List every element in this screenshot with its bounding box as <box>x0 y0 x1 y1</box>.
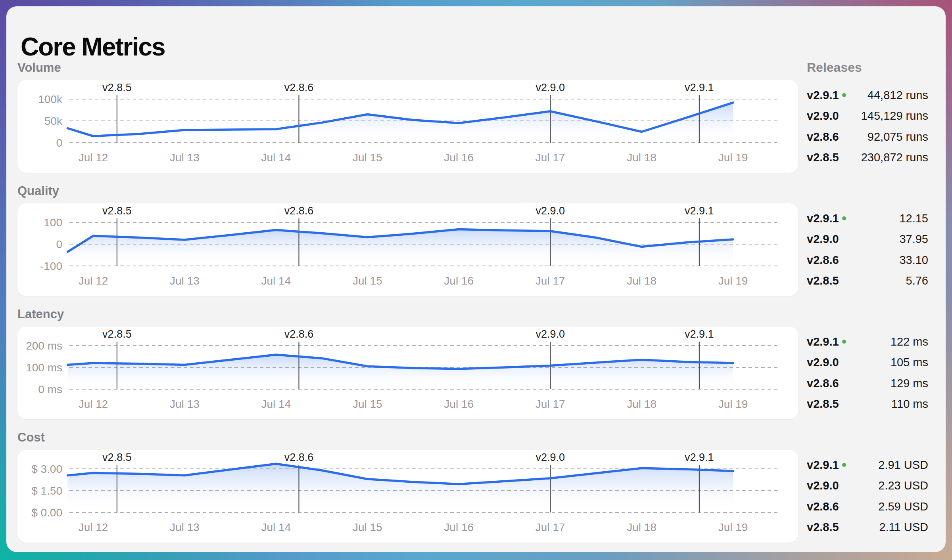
release-version: v2.8.5 <box>807 398 839 411</box>
releases-list: v2.9.12.91 USDv2.9.02.23 USDv2.8.62.59 U… <box>807 450 928 543</box>
release-marker-label: v2.9.0 <box>536 205 565 217</box>
release-row: v2.9.0145,129 runs <box>807 110 928 122</box>
release-marker-label: v2.8.6 <box>284 82 314 94</box>
y-tick-label: $ 1.50 <box>31 485 62 497</box>
release-marker-label: v2.8.5 <box>102 205 132 217</box>
release-row: v2.8.62.59 USD <box>807 500 928 513</box>
section-latency: Latency 200 ms100 ms0 msJul 12Jul 13Jul … <box>6 307 946 430</box>
release-version: v2.9.1 <box>807 459 846 472</box>
release-version: v2.8.6 <box>807 254 839 267</box>
release-version: v2.9.0 <box>807 233 839 246</box>
current-release-dot <box>842 463 846 467</box>
release-value: 5.76 <box>906 274 928 287</box>
x-tick-label: Jul 12 <box>79 275 108 287</box>
release-value: 12.15 <box>899 212 928 225</box>
series-area <box>68 103 733 143</box>
release-row: v2.8.5230,872 runs <box>807 151 928 164</box>
y-tick-label: $ 3.00 <box>31 463 62 475</box>
y-tick-label: 100k <box>38 93 63 105</box>
quality-chart: 1000-100Jul 12Jul 13Jul 14Jul 15Jul 16Ju… <box>17 203 798 296</box>
releases-list: v2.9.144,812 runsv2.9.0145,129 runsv2.8.… <box>807 80 928 173</box>
x-tick-label: Jul 16 <box>444 521 474 533</box>
x-tick-label: Jul 18 <box>627 398 656 410</box>
y-tick-label: 50k <box>44 115 63 127</box>
release-value: 122 ms <box>891 335 928 348</box>
release-marker-label: v2.8.5 <box>102 451 132 463</box>
release-row: v2.9.1122 ms <box>807 335 928 348</box>
release-marker-label: v2.8.5 <box>102 82 132 94</box>
release-version: v2.9.1 <box>807 335 846 348</box>
x-tick-label: Jul 17 <box>536 151 565 164</box>
y-tick-label: 100 <box>44 216 62 229</box>
x-tick-label: Jul 15 <box>353 521 382 533</box>
x-tick-label: Jul 14 <box>261 398 291 410</box>
x-tick-label: Jul 13 <box>170 275 200 287</box>
section-label: Quality <box>17 184 59 198</box>
release-value: 145,129 runs <box>861 109 928 122</box>
release-row: v2.8.52.11 USD <box>807 521 928 534</box>
release-marker-label: v2.9.1 <box>685 82 714 94</box>
release-row: v2.9.12.91 USD <box>807 459 928 471</box>
chart-card: 200 ms100 ms0 msJul 12Jul 13Jul 14Jul 15… <box>17 327 798 419</box>
current-release-dot <box>842 340 846 344</box>
section-label: Latency <box>17 307 64 321</box>
x-tick-label: Jul 18 <box>627 151 656 164</box>
x-tick-label: Jul 18 <box>627 521 656 533</box>
releases-list: v2.9.112.15v2.9.037.95v2.8.633.10v2.8.55… <box>807 203 928 296</box>
release-row: v2.8.692,075 runs <box>807 130 928 143</box>
releases-list: v2.9.1122 msv2.9.0105 msv2.8.6129 msv2.8… <box>807 327 928 419</box>
section-cost: Cost $ 3.00$ 1.50$ 0.00Jul 12Jul 13Jul 1… <box>6 430 946 554</box>
x-tick-label: Jul 16 <box>444 275 474 287</box>
release-row: v2.9.02.23 USD <box>807 480 928 492</box>
section-label: Cost <box>17 430 45 445</box>
release-marker-label: v2.9.0 <box>536 451 565 463</box>
release-marker-label: v2.8.6 <box>284 328 314 340</box>
release-value: 33.10 <box>899 254 928 267</box>
release-version: v2.9.1 <box>807 89 846 102</box>
x-tick-label: Jul 18 <box>627 275 656 287</box>
release-row: v2.9.0105 ms <box>807 356 928 369</box>
section-volume: Volume 100k50k0Jul 12Jul 13Jul 14Jul 15J… <box>6 61 946 184</box>
x-tick-label: Jul 17 <box>536 398 565 410</box>
release-marker-label: v2.9.1 <box>685 451 714 463</box>
release-version: v2.8.6 <box>807 500 839 513</box>
release-value: 110 ms <box>891 398 928 411</box>
y-tick-label: $ 0.00 <box>31 506 62 519</box>
release-row: v2.8.6129 ms <box>807 377 928 390</box>
release-version: v2.8.6 <box>807 130 839 143</box>
release-row: v2.9.112.15 <box>807 212 928 225</box>
y-tick-label: 200 ms <box>26 340 62 352</box>
chart-card: 1000-100Jul 12Jul 13Jul 14Jul 15Jul 16Ju… <box>17 203 798 296</box>
release-version: v2.8.5 <box>807 151 839 164</box>
release-value: 129 ms <box>891 377 928 390</box>
release-version: v2.8.5 <box>807 521 839 534</box>
release-value: 230,872 runs <box>861 151 928 164</box>
volume-chart: 100k50k0Jul 12Jul 13Jul 14Jul 15Jul 16Ju… <box>17 80 798 173</box>
x-tick-label: Jul 17 <box>536 275 565 287</box>
x-tick-label: Jul 16 <box>444 398 474 410</box>
chart-card: 100k50k0Jul 12Jul 13Jul 14Jul 15Jul 16Ju… <box>17 80 798 173</box>
release-value: 2.59 USD <box>878 500 928 513</box>
latency-chart: 200 ms100 ms0 msJul 12Jul 13Jul 14Jul 15… <box>17 327 798 419</box>
section-quality: Quality 1000-100Jul 12Jul 13Jul 14Jul 15… <box>6 184 946 307</box>
y-tick-label: 0 <box>56 137 62 149</box>
x-tick-label: Jul 14 <box>261 521 291 533</box>
x-tick-label: Jul 19 <box>718 521 748 533</box>
release-marker-label: v2.8.6 <box>284 451 314 463</box>
release-marker-label: v2.9.0 <box>536 328 565 340</box>
y-tick-label: -100 <box>40 260 62 272</box>
x-tick-label: Jul 13 <box>170 151 200 164</box>
section-label: Volume <box>17 61 61 75</box>
release-version: v2.8.6 <box>807 377 839 390</box>
release-value: 105 ms <box>891 356 928 369</box>
dashboard-card: Core Metrics Releases Volume 100k50k0Jul… <box>6 6 946 552</box>
release-row: v2.9.144,812 runs <box>807 89 928 101</box>
release-row: v2.8.55.76 <box>807 275 928 287</box>
release-marker-label: v2.8.6 <box>284 205 314 217</box>
x-tick-label: Jul 15 <box>353 398 382 410</box>
x-tick-label: Jul 19 <box>718 398 748 410</box>
release-version: v2.9.1 <box>807 212 846 225</box>
release-row: v2.9.037.95 <box>807 233 928 246</box>
release-marker-label: v2.9.1 <box>685 328 714 340</box>
release-version: v2.9.0 <box>807 109 839 122</box>
